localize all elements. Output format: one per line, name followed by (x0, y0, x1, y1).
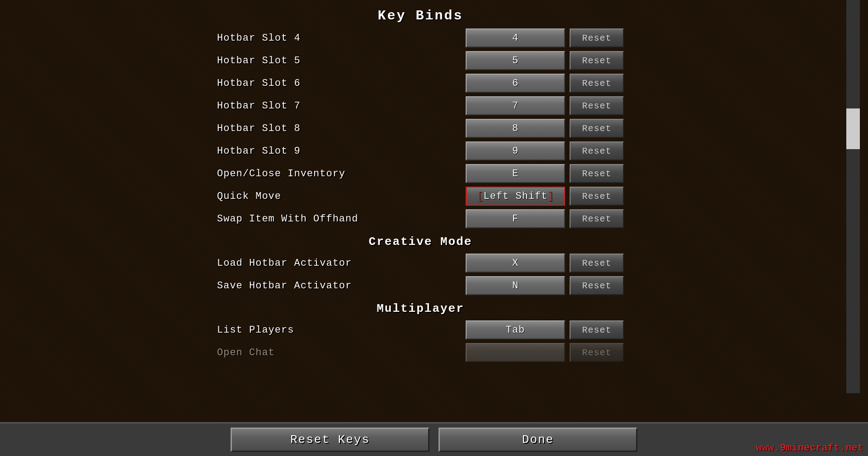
reset-btn-hotbar5[interactable]: Reset (570, 51, 624, 70)
keybind-key-swapitem[interactable]: F (466, 209, 565, 228)
keybind-label-swapitem: Swap Item With Offhand (217, 213, 466, 225)
keybind-row-hotbar9: Hotbar Slot 9 9 Reset (217, 140, 624, 162)
keybind-label-listplayers: List Players (217, 324, 466, 336)
reset-btn-quickmove[interactable]: Reset (570, 187, 624, 206)
bottom-bar: Reset Keys Done (0, 422, 868, 456)
page-container: Key Binds Hotbar Slot 4 4 Reset Hotbar S… (0, 0, 868, 456)
keybind-key-quickmove[interactable]: [ Left Shift ] (466, 187, 565, 206)
keybind-row-loadhotbar: Load Hotbar Activator X Reset (217, 252, 624, 274)
reset-btn-hotbar4[interactable]: Reset (570, 28, 624, 47)
keybind-label-hotbar7: Hotbar Slot 7 (217, 100, 466, 112)
reset-btn-hotbar9[interactable]: Reset (570, 141, 624, 160)
keybind-key-inventory[interactable]: E (466, 164, 565, 183)
keybind-row-hotbar4: Hotbar Slot 4 4 Reset (217, 27, 624, 49)
page-title: Key Binds (377, 5, 463, 24)
keybinds-list: Hotbar Slot 4 4 Reset Hotbar Slot 5 5 Re… (217, 27, 624, 363)
keybind-key-hotbar9[interactable]: 9 (466, 141, 565, 160)
keybind-row-listplayers: List Players Tab Reset (217, 319, 624, 341)
keybind-key-savehotbar[interactable]: N (466, 276, 565, 295)
keybind-key-hotbar6[interactable]: 6 (466, 74, 565, 93)
keybind-key-listplayers[interactable]: Tab (466, 320, 565, 339)
scrollbar-thumb[interactable] (846, 108, 860, 149)
reset-keys-button[interactable]: Reset Keys (231, 428, 429, 452)
scrollbar-track (846, 0, 860, 393)
keybind-key-openchat[interactable] (466, 343, 565, 362)
keybind-label-quickmove: Quick Move (217, 191, 466, 202)
keybind-label-hotbar9: Hotbar Slot 9 (217, 146, 466, 157)
keybind-key-loadhotbar[interactable]: X (466, 254, 565, 273)
reset-btn-loadhotbar[interactable]: Reset (570, 254, 624, 273)
keybind-key-hotbar5[interactable]: 5 (466, 51, 565, 70)
keybind-key-hotbar8[interactable]: 8 (466, 119, 565, 138)
keybind-label-savehotbar: Save Hotbar Activator (217, 280, 466, 291)
reset-btn-inventory[interactable]: Reset (570, 164, 624, 183)
reset-btn-listplayers[interactable]: Reset (570, 320, 624, 339)
reset-btn-savehotbar[interactable]: Reset (570, 276, 624, 295)
section-header-creative: Creative Mode (217, 235, 624, 249)
keybind-label-hotbar6: Hotbar Slot 6 (217, 78, 466, 89)
keybind-row-swapitem: Swap Item With Offhand F Reset (217, 208, 624, 230)
reset-btn-openchat[interactable]: Reset (570, 343, 624, 362)
keybind-row-openchat: Open Chat Reset (217, 342, 624, 363)
keybind-label-openchat: Open Chat (217, 347, 466, 358)
main-content: Key Binds Hotbar Slot 4 4 Reset Hotbar S… (0, 0, 841, 456)
reset-btn-swapitem[interactable]: Reset (570, 209, 624, 228)
keybind-label-hotbar4: Hotbar Slot 4 (217, 33, 466, 44)
keybind-key-hotbar4[interactable]: 4 (466, 28, 565, 47)
reset-btn-hotbar7[interactable]: Reset (570, 96, 624, 115)
keybind-row-inventory: Open/Close Inventory E Reset (217, 163, 624, 184)
reset-btn-hotbar8[interactable]: Reset (570, 119, 624, 138)
keybind-row-hotbar6: Hotbar Slot 6 6 Reset (217, 72, 624, 94)
keybind-key-hotbar7[interactable]: 7 (466, 96, 565, 115)
bracket-right: ] (548, 191, 554, 202)
keybind-row-hotbar8: Hotbar Slot 8 8 Reset (217, 118, 624, 139)
section-header-multiplayer: Multiplayer (217, 302, 624, 315)
keybind-label-hotbar8: Hotbar Slot 8 (217, 123, 466, 134)
keybind-row-hotbar7: Hotbar Slot 7 7 Reset (217, 95, 624, 117)
keybind-row-hotbar5: Hotbar Slot 5 5 Reset (217, 50, 624, 71)
keybind-row-quickmove: Quick Move [ Left Shift ] Reset (217, 185, 624, 207)
watermark: www.9minecraft.net (756, 442, 863, 454)
bracket-left: [ (477, 191, 483, 202)
keybind-label-inventory: Open/Close Inventory (217, 168, 466, 179)
keybind-label-hotbar5: Hotbar Slot 5 (217, 55, 466, 66)
keybind-row-savehotbar: Save Hotbar Activator N Reset (217, 275, 624, 296)
done-button[interactable]: Done (439, 428, 637, 452)
keybind-label-loadhotbar: Load Hotbar Activator (217, 258, 466, 269)
reset-btn-hotbar6[interactable]: Reset (570, 74, 624, 93)
